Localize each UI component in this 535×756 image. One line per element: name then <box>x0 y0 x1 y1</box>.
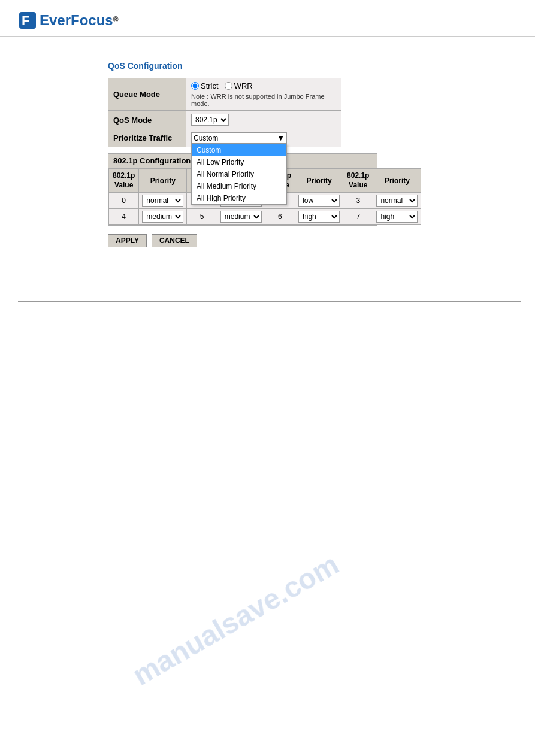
queue-mode-row: Queue Mode Strict WRR Note : WRR is not … <box>108 78 341 111</box>
header: F EverFocus® <box>0 0 535 37</box>
802-pri-3-select[interactable]: low normal medium high <box>376 195 418 207</box>
col-header-val-0: 802.1pValue <box>109 169 139 193</box>
dropdown-option-all-low[interactable]: All Low Priority <box>192 156 286 168</box>
prioritize-traffic-label: Prioritize Traffic <box>108 129 186 147</box>
802-val-0: 0 <box>109 193 139 209</box>
802-pri-6-select[interactable]: low normal medium high <box>298 211 340 223</box>
prioritize-traffic-selected: Custom <box>194 134 277 142</box>
prioritize-traffic-dropdown-container: Custom ▼ Custom All Low Priority All Nor… <box>191 132 336 144</box>
802-table-row-1: 4 low normal medium high 5 low nor <box>109 209 421 225</box>
802-val-5: 5 <box>187 209 217 225</box>
prioritize-traffic-row: Prioritize Traffic Custom ▼ Custom All L… <box>108 129 341 147</box>
802-pri-5-select[interactable]: low normal medium high <box>220 211 262 223</box>
802-val-7: 7 <box>343 209 373 225</box>
logo-text: EverFocus® <box>40 12 119 29</box>
802-pri-7-cell: low normal medium high <box>373 209 421 225</box>
qos-config-table: Queue Mode Strict WRR Note : WRR is not … <box>108 78 341 147</box>
dropdown-option-all-normal[interactable]: All Normal Priority <box>192 168 286 180</box>
wrr-radio[interactable] <box>225 82 232 90</box>
main-content: QoS Configuration Queue Mode Strict WRR <box>0 37 535 265</box>
dropdown-arrow-icon: ▼ <box>277 133 285 142</box>
802-pri-0-select[interactable]: low normal medium high <box>142 195 183 207</box>
802-val-4: 4 <box>109 209 139 225</box>
section-title: QoS Configuration <box>108 61 517 71</box>
wrr-radio-label[interactable]: WRR <box>225 81 253 90</box>
802-val-6: 6 <box>265 209 295 225</box>
qos-mode-value-cell: 802.1p <box>186 111 341 129</box>
802-pri-3-cell: low normal medium high <box>373 193 421 209</box>
apply-button[interactable]: APPLY <box>108 234 147 247</box>
802-pri-0-cell: low normal medium high <box>139 193 187 209</box>
wrr-label: WRR <box>234 81 253 90</box>
dropdown-option-all-high[interactable]: All High Priority <box>192 192 286 204</box>
footer-divider <box>18 301 521 302</box>
dropdown-option-all-medium[interactable]: All Medium Priority <box>192 180 286 192</box>
queue-mode-radios: Strict WRR <box>191 81 336 90</box>
queue-mode-value: Strict WRR Note : WRR is not supported i… <box>186 78 341 111</box>
col-header-val-3: 802.1pValue <box>343 169 373 193</box>
802-pri-4-cell: low normal medium high <box>139 209 187 225</box>
strict-label: Strict <box>201 81 219 90</box>
qos-mode-select[interactable]: 802.1p <box>191 114 229 126</box>
802-pri-2-select[interactable]: low normal medium high <box>298 195 340 207</box>
everfocus-logo-icon: F <box>18 11 37 30</box>
col-header-pri-2: Priority <box>295 169 343 193</box>
802-val-3: 3 <box>343 193 373 209</box>
logo: F EverFocus® <box>18 11 517 30</box>
802-pri-7-select[interactable]: low normal medium high <box>376 211 418 223</box>
prioritize-traffic-trigger[interactable]: Custom ▼ <box>191 132 287 144</box>
watermark: manualsave.com <box>127 548 344 692</box>
802-config-title: 802.1p Configuration <box>113 156 191 165</box>
prioritize-traffic-value-cell: Custom ▼ Custom All Low Priority All Nor… <box>186 129 341 147</box>
queue-mode-note: Note : WRR is not supported in Jumbo Fra… <box>191 93 336 107</box>
svg-text:F: F <box>22 13 29 28</box>
button-row: APPLY CANCEL <box>108 234 517 247</box>
dropdown-option-custom[interactable]: Custom <box>192 144 286 156</box>
802-pri-5-cell: low normal medium high <box>217 209 265 225</box>
qos-mode-label: QoS Mode <box>108 111 186 129</box>
802-pri-2-cell: low normal medium high <box>295 193 343 209</box>
strict-radio-label[interactable]: Strict <box>191 81 219 90</box>
queue-mode-label: Queue Mode <box>108 78 186 111</box>
qos-mode-row: QoS Mode 802.1p <box>108 111 341 129</box>
strict-radio[interactable] <box>191 82 199 90</box>
prioritize-traffic-dropdown-list: Custom All Low Priority All Normal Prior… <box>191 144 287 205</box>
802-pri-4-select[interactable]: low normal medium high <box>142 211 183 223</box>
col-header-pri-0: Priority <box>139 169 187 193</box>
802-pri-6-cell: low normal medium high <box>295 209 343 225</box>
cancel-button[interactable]: CANCEL <box>152 234 197 247</box>
col-header-pri-3: Priority <box>373 169 421 193</box>
